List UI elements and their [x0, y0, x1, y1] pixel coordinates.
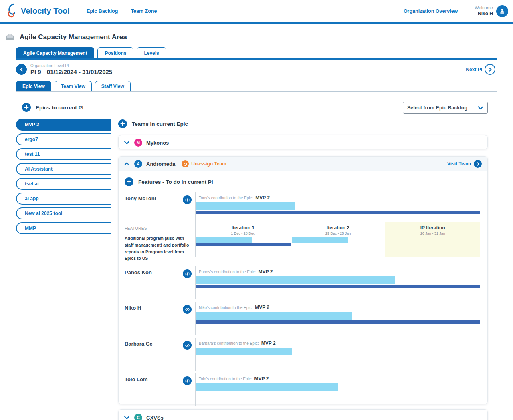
next-pi-chevron-icon[interactable] [485, 64, 495, 75]
nav-link-epic-backlog[interactable]: Epic Backlog [87, 8, 118, 14]
staff-row: Niko HNiko's contribution to the Epic:MV… [125, 303, 480, 329]
briefcase-icon [6, 33, 14, 42]
team-name: Mykonos [146, 140, 169, 146]
contribution-bar [195, 312, 352, 320]
staff-name: Tony McToni [125, 195, 156, 201]
next-pi-label: Next PI [466, 67, 482, 72]
team-badge: A [134, 160, 142, 168]
tab-positions[interactable]: Positions [97, 47, 133, 58]
team-card-header[interactable]: M Mykonos [119, 135, 487, 150]
contribution-bar [195, 383, 338, 391]
total-capacity-bar [195, 285, 480, 288]
eye-hidden-icon[interactable] [183, 341, 192, 350]
tab-levels[interactable]: Levels [137, 47, 166, 58]
visit-team-button[interactable]: Visit Team [447, 160, 482, 168]
pi-name: PI 9 [30, 68, 41, 75]
pi-labels: Organization Level PI PI 901/12/2024 - 3… [30, 64, 112, 75]
contribution-epic: MVP 2 [254, 376, 269, 382]
user-avatar[interactable] [496, 5, 508, 17]
next-pi-button[interactable]: Next PI [466, 64, 495, 75]
contribution-row: Tolo's contribution to the Epic:MVP 2 [195, 374, 480, 383]
view-tabs: Epic ViewTeam ViewStaff View [16, 81, 497, 91]
nav-link-team-zone[interactable]: Team Zone [131, 8, 157, 14]
staff-contribution-chart: Tolo's contribution to the Epic:MVP 2 [195, 374, 480, 400]
iterations-panel: FEATURESAdditional program (also with st… [125, 222, 480, 257]
iteration-range: 29 Dec - 25 Jan [291, 231, 386, 235]
organization-overview-link[interactable]: Organization Overview [404, 8, 458, 14]
sidebar-divider [111, 113, 111, 233]
contribution-bar [195, 348, 292, 355]
contribution-label: Barbara's contribution to the Epic: [199, 341, 259, 346]
epics-heading: Epics to current PI [22, 103, 83, 112]
team-card-header[interactable]: A Andromeda Unassign Team Visit Team [119, 157, 487, 171]
contribution-row: Panos's contribution to the Epic:MVP 2 [195, 267, 480, 276]
pi-level-label: Organization Level PI [30, 64, 112, 68]
team-card-andromeda: A Andromeda Unassign Team Visit Team Fea… [118, 156, 488, 404]
contribution-row: Barbara's contribution to the Epic:MVP 2 [195, 339, 480, 348]
chevron-down-icon[interactable] [124, 141, 129, 145]
undo-icon [182, 160, 189, 167]
contribution-row: Niko's contribution to the Epic:MVP 2 [195, 303, 480, 312]
view-tab-team-view[interactable]: Team View [55, 81, 92, 91]
features-heading-label: Features - To do in current PI [138, 179, 213, 185]
add-team-button[interactable] [118, 119, 127, 128]
epic-item[interactable]: New ai 2025 tool [16, 207, 111, 219]
iteration-range: 1 Dec - 28 Dec [196, 231, 291, 235]
epic-item[interactable]: MVP 2 [16, 119, 111, 131]
eye-hidden-icon[interactable] [183, 376, 192, 385]
epic-item[interactable]: AI Assistant [16, 163, 111, 175]
unassign-team-label: Unassign Team [191, 161, 226, 167]
view-tab-staff-view[interactable]: Staff View [95, 81, 131, 91]
top-nav: Epic BacklogTeam Zone [87, 8, 157, 14]
staff-row: Panos KonPanos's contribution to the Epi… [125, 267, 480, 293]
contribution-epic: MVP 2 [259, 269, 273, 275]
staff-left: Barbara Ce [125, 339, 195, 364]
staff-contribution-chart: Tony's contribution to the Epic:MVP 2 [195, 193, 480, 219]
epic-item[interactable]: MMP [16, 222, 111, 234]
staff-contribution-chart: Niko's contribution to the Epic:MVP 2 [195, 303, 480, 329]
page-title-row: Agile Capacity Management Area [6, 33, 127, 42]
brand-title[interactable]: Velocity Tool [21, 6, 70, 16]
eye-hidden-icon[interactable] [183, 305, 192, 314]
epic-backlog-dropdown[interactable]: Select from Epic Backlog [403, 102, 488, 114]
tab-agile-capacity-management[interactable]: Agile Capacity Management [16, 47, 94, 58]
contribution-epic: MVP 2 [261, 340, 276, 346]
main-tabs-wrap: Agile Capacity ManagementPositionsLevels [16, 47, 497, 60]
staff-name: Panos Kon [125, 269, 152, 275]
epic-item[interactable]: tset ai [16, 178, 111, 190]
staff-contribution-chart: Barbara's contribution to the Epic:MVP 2 [195, 339, 480, 364]
welcome-label: Welcome [475, 5, 493, 11]
eye-visible-icon[interactable] [183, 195, 192, 204]
chevron-down-icon [478, 106, 483, 110]
pi-date-range: 01/12/2024 - 31/01/2025 [47, 68, 112, 75]
header-right: Organization Overview Welcome Niko H [404, 5, 508, 17]
welcome-block: Welcome Niko H [475, 5, 493, 17]
add-feature-button[interactable] [125, 177, 133, 186]
total-capacity-bar [195, 211, 480, 214]
unassign-team-button[interactable]: Unassign Team [182, 160, 226, 167]
contribution-label: Tolo's contribution to the Epic: [199, 377, 252, 381]
chevron-up-icon[interactable] [124, 162, 129, 166]
add-epic-button[interactable] [22, 103, 31, 112]
staff-name: Tolo Lom [125, 376, 148, 382]
iterations-grid: Iteration 11 Dec - 28 DecIteration 229 D… [195, 222, 480, 257]
chevron-down-icon[interactable] [124, 416, 129, 420]
epic-item[interactable]: ai app [16, 193, 111, 205]
contribution-label: Niko's contribution to the Epic: [199, 305, 252, 310]
team-card-header[interactable]: C CXVSs [119, 410, 487, 420]
eye-hidden-icon[interactable] [183, 269, 192, 278]
team-name: Andromeda [146, 161, 175, 167]
contribution-epic: MVP 2 [255, 305, 269, 310]
view-tab-epic-view[interactable]: Epic View [16, 81, 51, 91]
team-card-cxvss: C CXVSs [118, 409, 488, 420]
iteration-name: IP Iteration [385, 225, 480, 231]
epic-item[interactable]: test 11 [16, 148, 111, 160]
feature-bar-iteration1 [196, 237, 252, 243]
epic-item[interactable]: ergo7 [16, 133, 111, 145]
app-logo-icon[interactable] [6, 3, 18, 20]
visit-team-label: Visit Team [447, 161, 471, 167]
previous-pi-button[interactable] [16, 64, 27, 75]
feature-total-bar-iteration1 [196, 243, 291, 246]
iteration-column: IP Iteration26 Jan - 31 Jan [385, 222, 480, 257]
feature-bar-iteration2 [292, 237, 348, 243]
